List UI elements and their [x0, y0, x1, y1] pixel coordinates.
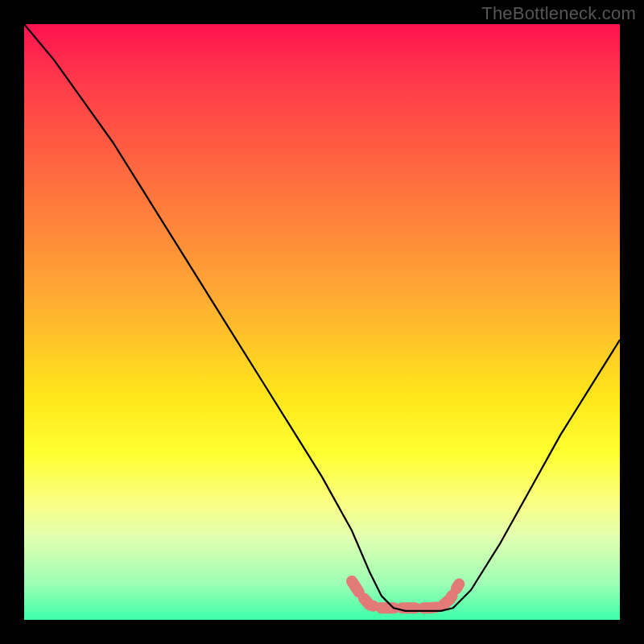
watermark-text: TheBottleneck.com — [481, 3, 636, 24]
bottom-accent-line — [352, 581, 459, 608]
chart-frame: TheBottleneck.com — [0, 0, 644, 644]
plot-area — [24, 24, 620, 620]
curve-svg — [24, 24, 620, 620]
main-curve-line — [24, 24, 620, 611]
